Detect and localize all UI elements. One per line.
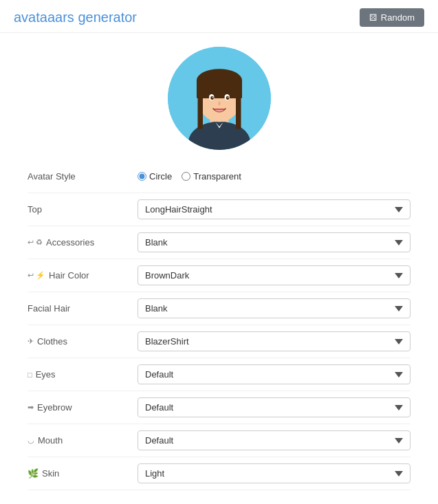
app-title: avataaars generator: [14, 10, 137, 25]
top-input: LongHairStraight LongHairBigHair ShortHa…: [138, 199, 410, 219]
svg-point-12: [226, 96, 229, 100]
skin-input: Light Tanned Yellow Pale DarkBrown: [138, 463, 410, 483]
accessories-label: ↩ ♻ Accessories: [28, 237, 138, 248]
facial-hair-input: Blank BeardMedium BeardLight MoustacheFa…: [138, 298, 410, 318]
transparent-radio-label[interactable]: Transparent: [182, 171, 241, 182]
skin-label: 🌿 Skin: [28, 468, 138, 479]
svg-point-11: [210, 96, 214, 100]
clothes-input: BlazerShirt BlazerSweater CollarSweater …: [138, 331, 410, 351]
top-row: Top LongHairStraight LongHairBigHair Sho…: [28, 193, 410, 226]
eyebrow-icon: ➡: [28, 403, 34, 412]
eyes-row: □ Eyes Default Close Cry Dizzy EyeRoll: [28, 358, 410, 391]
mouth-icon: ◡: [28, 436, 34, 445]
avatar-style-row: Avatar Style Circle Transparent: [28, 160, 410, 193]
hair-color-icon: ↩ ⚡: [28, 271, 45, 280]
svg-point-13: [212, 97, 213, 98]
circle-radio[interactable]: [138, 172, 146, 181]
eyes-input: Default Close Cry Dizzy EyeRoll: [138, 364, 410, 384]
eyes-icon: □: [28, 371, 32, 379]
avatar-style-options: Circle Transparent: [138, 171, 410, 182]
hair-color-select[interactable]: BrownDark Black Blonde Auburn: [138, 265, 410, 285]
mouth-label: ◡ Mouth: [28, 435, 138, 446]
hair-color-input: BrownDark Black Blonde Auburn: [138, 265, 410, 285]
random-button[interactable]: ⚄ Random: [360, 8, 424, 27]
controls-panel: Avatar Style Circle Transparent Top Long…: [0, 160, 438, 504]
avatar-style-label: Avatar Style: [28, 171, 138, 182]
hair-color-label: ↩ ⚡ Hair Color: [28, 270, 138, 281]
eyebrow-select[interactable]: Default Angry AngryNatural DefaultNatura…: [138, 397, 410, 417]
transparent-radio-text: Transparent: [193, 171, 241, 182]
eyebrow-input: Default Angry AngryNatural DefaultNatura…: [138, 397, 410, 417]
clothes-label: ✈ Clothes: [28, 336, 138, 347]
facial-hair-select[interactable]: Blank BeardMedium BeardLight MoustacheFa…: [138, 298, 410, 318]
clothes-icon: ✈: [28, 337, 34, 346]
transparent-radio[interactable]: [182, 172, 190, 181]
avatar-svg: [168, 47, 271, 150]
clothes-select[interactable]: BlazerShirt BlazerSweater CollarSweater …: [138, 331, 410, 351]
hair-color-row: ↩ ⚡ Hair Color BrownDark Black Blonde Au…: [28, 259, 410, 292]
mouth-select[interactable]: Default Concerned Disbelief Eating: [138, 430, 410, 450]
facial-hair-label: Facial Hair: [28, 303, 138, 314]
skin-select[interactable]: Light Tanned Yellow Pale DarkBrown: [138, 463, 410, 483]
accessories-input: Blank Kurt Prescription01 Round: [138, 232, 410, 252]
eyebrow-label: ➡ Eyebrow: [28, 402, 138, 413]
svg-rect-8: [197, 80, 242, 98]
eyes-select[interactable]: Default Close Cry Dizzy EyeRoll: [138, 364, 410, 384]
mouth-input: Default Concerned Disbelief Eating: [138, 430, 410, 450]
circle-radio-text: Circle: [149, 171, 172, 182]
avatar-circle: [168, 47, 271, 150]
accessories-row: ↩ ♻ Accessories Blank Kurt Prescription0…: [28, 226, 410, 259]
mouth-row: ◡ Mouth Default Concerned Disbelief Eati…: [28, 424, 410, 457]
skin-icon: 🌿: [28, 468, 39, 479]
eyes-label: □ Eyes: [28, 369, 138, 380]
eyebrow-row: ➡ Eyebrow Default Angry AngryNatural Def…: [28, 391, 410, 424]
accessories-icon: ↩ ♻: [28, 238, 43, 247]
skin-row: 🌿 Skin Light Tanned Yellow Pale DarkBrow…: [28, 457, 410, 490]
accessories-select[interactable]: Blank Kurt Prescription01 Round: [138, 232, 410, 252]
avatar-preview: [0, 33, 438, 160]
svg-point-14: [228, 97, 229, 98]
circle-radio-label[interactable]: Circle: [138, 171, 172, 182]
top-label: Top: [28, 204, 138, 215]
clothes-row: ✈ Clothes BlazerShirt BlazerSweater Coll…: [28, 325, 410, 358]
facial-hair-row: Facial Hair Blank BeardMedium BeardLight…: [28, 292, 410, 325]
top-select[interactable]: LongHairStraight LongHairBigHair ShortHa…: [138, 199, 410, 219]
app-header: avataaars generator ⚄ Random: [0, 0, 438, 33]
random-icon: ⚄: [369, 12, 377, 23]
random-label: Random: [381, 12, 415, 23]
